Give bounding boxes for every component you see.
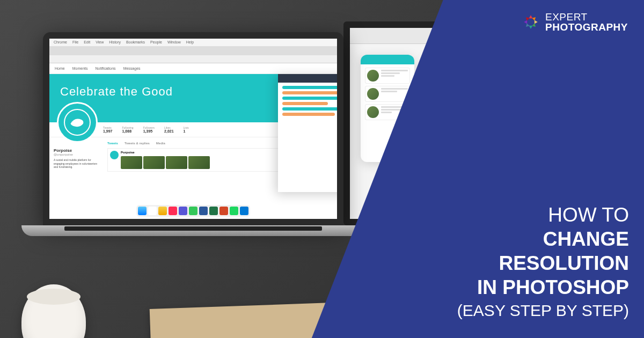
macos-dock [136,205,250,217]
logo-word-2: PHOTOGRAPHY [545,21,628,33]
porpoise-icon [64,109,91,136]
stat-following: Following 1,088 [122,126,134,133]
tweet-media-row [121,156,282,169]
word-icon [199,207,208,215]
messages-icon [189,207,197,215]
title-line-2: CHANGE [457,227,629,251]
menu-item: People [150,40,162,44]
profile-handle: @onporpoise [54,153,102,156]
desk-papers [150,303,334,338]
stat-likes: Likes 2,021 [164,126,174,133]
brand-logo: EXPERT PHOTOGRAPHY [522,12,628,32]
title-line-1: HOW TO [457,203,629,227]
excel-icon [209,207,218,215]
feed-tabs: Tweets Tweets & replies Media [107,142,284,145]
tweet-image [166,156,187,169]
outlook-icon [240,207,248,215]
tweet-image [121,156,142,169]
title-subtitle: (EASY STEP BY STEP) [457,302,629,320]
menu-item: Chrome [54,40,67,44]
tweet-image [143,156,165,169]
stat-tweets: Tweets 1,997 [103,126,113,133]
chrome-icon [158,207,167,215]
laptop-display: Chrome File Edit View History Bookmarks … [49,39,337,219]
twitter-profile-page: Home Moments Notifications Messages Cele… [49,63,337,219]
twitter-nav: Home Moments Notifications Messages [49,63,337,74]
tab-tweets: Tweets [107,142,118,145]
analytics-dashboard-panel [278,74,337,192]
title-line-3: RESOLUTION [457,251,629,275]
finder-icon [138,207,147,215]
nav-moments: Moments [72,67,88,70]
menu-item: File [72,40,78,44]
browser-chrome: Chrome File Edit View History Bookmarks … [49,39,337,63]
menu-item: History [109,40,121,44]
profile-avatar [57,102,98,143]
laptop-keyboard [64,226,322,231]
profile-sidebar: Porpoise @onporpoise A social and mobile… [54,142,102,172]
tab-media: Media [156,142,165,145]
profile-bio: A social and mobile platform for engagin… [54,158,102,169]
menu-item: Help [186,40,194,44]
stat-followers: Followers 1,395 [143,126,155,133]
profile-name: Porpoise [54,148,102,153]
logo-text: EXPERT PHOTOGRAPHY [545,12,628,32]
logo-aperture-icon [522,13,540,31]
tweet-author: Porpoise [121,151,282,154]
menu-item: View [96,40,104,44]
dashboard-header [278,74,337,83]
calendar-icon [169,207,177,215]
coffee-cup [21,284,86,338]
laptop: Chrome File Edit View History Bookmarks … [43,32,376,258]
tab-replies: Tweets & replies [125,142,150,145]
title-line-4: IN PHOTOSHOP [457,275,629,299]
stat-lists: Lists 1 [184,126,189,133]
logo-word-1: EXPERT [545,11,588,23]
menu-item: Window [167,40,181,44]
laptop-screen-bezel: Chrome File Edit View History Bookmarks … [43,32,343,225]
mail-icon [179,207,187,215]
tweet-feed: Tweets Tweets & replies Media Porpoise [107,142,284,172]
article-title: HOW TO CHANGE RESOLUTION IN PHOTOSHOP (E… [457,203,629,320]
laptop-base [21,225,365,236]
nav-notifications: Notifications [95,67,115,70]
powerpoint-icon [219,207,228,215]
safari-icon [148,207,157,215]
tweet-image [188,156,210,169]
nav-messages: Messages [123,67,141,70]
browser-tab-row [49,46,337,56]
nav-home: Home [55,67,65,70]
menu-item: Bookmarks [126,40,145,44]
macos-menu-bar: Chrome File Edit View History Bookmarks … [49,39,337,46]
spotify-icon [230,207,238,215]
tweet-avatar [110,151,119,159]
tweet: Porpoise [107,148,284,172]
menu-item: Edit [84,40,90,44]
browser-url-bar [49,55,337,63]
